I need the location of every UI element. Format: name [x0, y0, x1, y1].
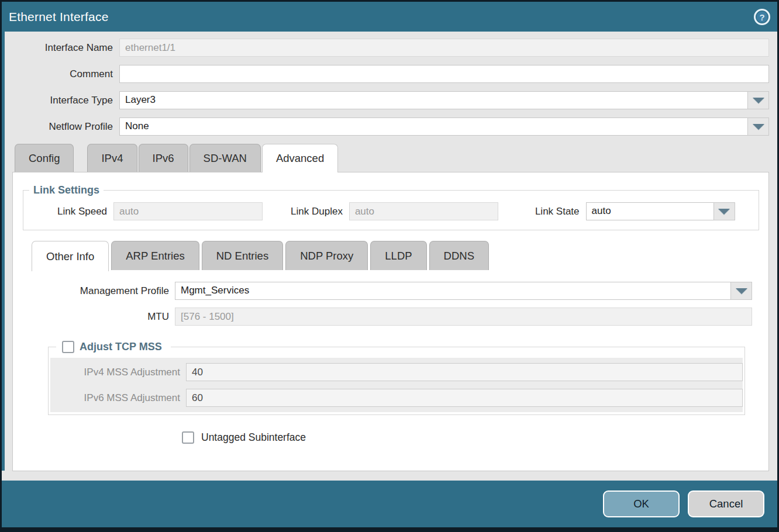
- interface-name-label: Interface Name: [5, 42, 119, 54]
- subtab-arp-entries[interactable]: ARP Entries: [111, 241, 199, 270]
- comment-row: Comment: [5, 65, 769, 83]
- sub-tabs: Other Info ARP Entries ND Entries NDP Pr…: [32, 241, 768, 270]
- link-settings-legend: Link Settings: [29, 184, 104, 196]
- chevron-down-icon: [736, 288, 747, 294]
- link-state-label: Link State: [535, 206, 586, 217]
- svg-text:?: ?: [759, 12, 764, 22]
- link-state-dropdown-button[interactable]: [713, 202, 735, 220]
- link-state-select[interactable]: auto: [586, 202, 735, 220]
- dialog-title: Ethernet Interface: [9, 10, 109, 24]
- interface-type-dropdown-button[interactable]: [747, 91, 769, 109]
- dialog-footer: OK Cancel: [2, 481, 777, 527]
- ok-button[interactable]: OK: [603, 490, 680, 517]
- management-profile-value[interactable]: Mgmt_Services: [175, 282, 752, 300]
- link-speed-group: Link Speed: [57, 202, 263, 220]
- link-duplex-label: Link Duplex: [291, 206, 349, 217]
- netflow-profile-row: Netflow Profile None: [5, 118, 769, 136]
- ipv4-mss-row: IPv4 MSS Adjustment: [50, 363, 743, 381]
- help-icon[interactable]: ?: [754, 9, 770, 25]
- dialog-main: Interface Name Comment Interface Type La…: [2, 32, 777, 471]
- management-profile-row: Management Profile Mgmt_Services: [13, 282, 752, 300]
- tab-advanced[interactable]: Advanced: [262, 144, 338, 172]
- mss-disabled-area: IPv4 MSS Adjustment IPv6 MSS Adjustment: [50, 358, 743, 412]
- interface-name-row: Interface Name: [5, 39, 769, 57]
- management-profile-select[interactable]: Mgmt_Services: [175, 282, 752, 300]
- link-settings-row: Link Speed Link Duplex Link State auto: [23, 196, 759, 220]
- management-profile-dropdown-button[interactable]: [730, 282, 752, 300]
- ipv4-mss-label: IPv4 MSS Adjustment: [50, 367, 186, 378]
- ipv6-mss-input: [186, 389, 743, 407]
- untagged-subinterface-label: Untagged Subinterface: [201, 431, 306, 444]
- untagged-subinterface-checkbox[interactable]: [182, 431, 194, 444]
- tab-config[interactable]: Config: [15, 144, 74, 172]
- chevron-down-icon: [753, 98, 764, 103]
- link-state-value[interactable]: auto: [586, 202, 735, 220]
- interface-type-select[interactable]: Layer3: [119, 91, 769, 109]
- interface-name-control: [119, 39, 769, 57]
- adjust-tcp-mss-legend-wrap: Adjust TCP MSS: [56, 341, 171, 353]
- mtu-row: MTU: [13, 308, 752, 326]
- ipv4-mss-input: [186, 363, 743, 381]
- adjust-tcp-mss-fieldset: Adjust TCP MSS IPv4 MSS Adjustment IPv6 …: [48, 341, 745, 415]
- ipv6-mss-row: IPv6 MSS Adjustment: [50, 389, 743, 407]
- subtab-ndp-proxy[interactable]: NDP Proxy: [285, 241, 368, 270]
- comment-control: [119, 65, 769, 83]
- subtab-lldp[interactable]: LLDP: [370, 241, 426, 270]
- tab-ipv6[interactable]: IPv6: [139, 144, 188, 172]
- main-tabs: Config IPv4 IPv6 SD-WAN Advanced: [15, 144, 777, 172]
- mtu-input: [175, 308, 752, 326]
- mtu-control: [175, 308, 752, 326]
- dialog-body: Interface Name Comment Interface Type La…: [5, 32, 777, 471]
- dialog-titlebar: Ethernet Interface ?: [2, 2, 777, 32]
- interface-type-value[interactable]: Layer3: [119, 91, 769, 109]
- ipv6-mss-label: IPv6 MSS Adjustment: [50, 392, 186, 404]
- netflow-profile-dropdown-button[interactable]: [747, 118, 769, 136]
- chevron-down-icon: [718, 209, 730, 215]
- link-speed-input: [113, 202, 263, 220]
- subtab-ddns[interactable]: DDNS: [429, 241, 489, 270]
- link-settings-fieldset: Link Settings Link Speed Link Duplex Lin…: [23, 184, 759, 230]
- ethernet-interface-dialog: Ethernet Interface ? Interface Name Comm…: [0, 0, 779, 532]
- ipv6-mss-control: [186, 389, 743, 407]
- interface-name-input: [119, 39, 769, 57]
- comment-input[interactable]: [119, 65, 769, 83]
- management-profile-label: Management Profile: [13, 285, 175, 297]
- untagged-subinterface-row: Untagged Subinterface: [182, 431, 768, 444]
- interface-type-label: Interface Type: [5, 95, 119, 106]
- link-duplex-group: Link Duplex: [291, 202, 498, 220]
- link-state-group: Link State auto: [535, 202, 735, 220]
- tab-sdwan[interactable]: SD-WAN: [189, 144, 261, 172]
- netflow-profile-select[interactable]: None: [119, 118, 769, 136]
- netflow-profile-value[interactable]: None: [119, 118, 769, 136]
- link-speed-label: Link Speed: [57, 206, 113, 217]
- adjust-tcp-mss-caption: Adjust TCP MSS: [80, 341, 162, 353]
- ipv4-mss-control: [186, 363, 743, 381]
- chevron-down-icon: [753, 124, 764, 130]
- advanced-tab-panel: Link Settings Link Speed Link Duplex Lin…: [12, 172, 769, 471]
- comment-label: Comment: [5, 68, 119, 80]
- adjust-tcp-mss-checkbox[interactable]: [62, 341, 74, 353]
- subtab-nd-entries[interactable]: ND Entries: [202, 241, 283, 270]
- cancel-button[interactable]: Cancel: [688, 490, 764, 517]
- interface-type-row: Interface Type Layer3: [5, 91, 769, 109]
- subtab-other-info[interactable]: Other Info: [32, 241, 109, 271]
- tab-ipv4[interactable]: IPv4: [87, 144, 137, 172]
- mtu-label: MTU: [13, 311, 175, 323]
- netflow-profile-label: Netflow Profile: [5, 121, 119, 133]
- link-duplex-input: [349, 202, 498, 220]
